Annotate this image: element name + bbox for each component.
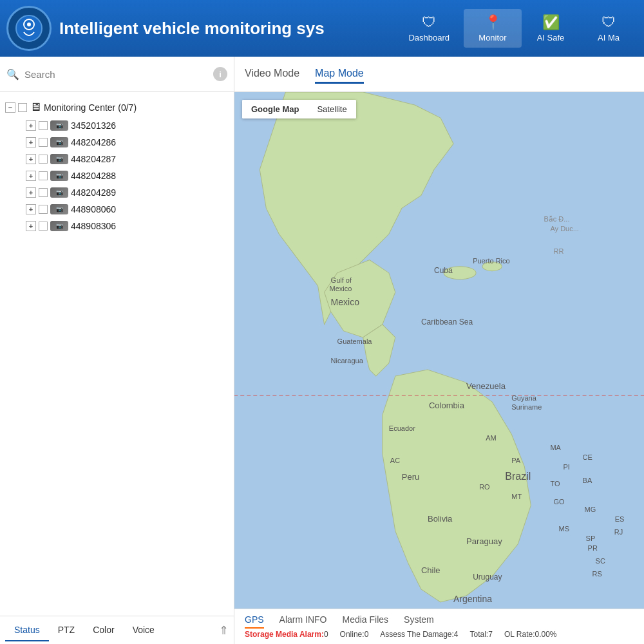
tree-item-checkbox-3[interactable] [39,171,48,180]
svg-text:AC: AC [390,457,400,464]
tree-item-label-2: 448204287 [71,154,116,164]
scroll-up-icon[interactable]: ⇑ [219,623,229,638]
search-input[interactable] [24,69,208,80]
device-icon-4: 📷 [50,187,68,198]
tree-children: + 📷 345201326 + 📷 448204286 + 📷 44820428… [0,117,234,234]
tree-root[interactable]: − 🖥 Monitoring Center (0/7) [0,97,234,117]
device-tree: − 🖥 Monitoring Center (0/7) + 📷 34520132… [0,92,234,616]
tree-item-checkbox-5[interactable] [39,205,48,214]
google-map-button[interactable]: Google Map [242,100,308,118]
svg-text:Peru: Peru [402,472,420,482]
tree-root-count: (0/7) [118,102,137,113]
svg-point-2 [27,23,31,26]
nav-monitor[interactable]: 📍 Monitor [464,9,522,48]
svg-text:Gulf of: Gulf of [331,276,352,284]
info-bar: GPS Alarm INFO Media Files System Storag… [234,609,644,644]
tree-item-toggle-3[interactable]: + [26,171,36,181]
search-bar: 🔍 i [0,57,234,92]
device-icon-0: 📷 [50,120,68,131]
main-layout: 🔍 i − 🖥 Monitoring Center (0/7) + 📷 3452… [0,57,644,644]
svg-text:GO: GO [553,498,565,506]
nav-monitor-label: Monitor [478,33,506,43]
nav-bar: 🛡 Dashboard 📍 Monitor ✅ AI Safe 🛡 AI Ma [394,9,638,48]
tab-ptz[interactable]: PTZ [49,620,84,641]
svg-text:SP: SP [586,535,596,542]
nav-dashboard[interactable]: 🛡 Dashboard [394,9,464,48]
svg-text:RS: RS [592,570,602,578]
tree-item-toggle-5[interactable]: + [26,204,36,214]
tree-item-checkbox-6[interactable] [39,222,48,231]
svg-text:ES: ES [615,515,625,523]
svg-text:Suriname: Suriname [511,403,542,411]
tree-item[interactable]: + 📷 448204288 [21,167,234,184]
svg-text:Guyana: Guyana [511,394,536,402]
svg-text:AM: AM [486,434,497,442]
tree-item-label-0: 345201326 [71,120,116,131]
tab-color[interactable]: Color [84,620,123,641]
svg-text:Cuba: Cuba [434,266,453,275]
nav-ai-safe-label: AI Safe [537,33,565,43]
svg-text:Colombia: Colombia [429,401,465,410]
tab-media-files[interactable]: Media Files [342,612,388,629]
app-title: Intelligent vehicle monitoring sys [59,19,394,39]
tree-item[interactable]: + 📷 448204289 [21,184,234,201]
monitor-icon: 📍 [484,14,502,31]
storage-alarm-value: 0 [324,630,328,639]
tree-item-toggle-2[interactable]: + [26,154,36,164]
tree-item-toggle-0[interactable]: + [26,120,36,131]
svg-text:MS: MS [558,525,569,533]
tab-voice[interactable]: Voice [124,620,164,641]
tree-item-checkbox-2[interactable] [39,155,48,164]
tab-gps[interactable]: GPS [245,612,264,629]
tree-root-label: Monitoring Center [44,102,115,113]
ai-safe-icon: ✅ [542,14,560,31]
satellite-button[interactable]: Satellite [308,100,355,118]
svg-text:TO: TO [550,480,560,488]
svg-text:Ay Duc...: Ay Duc... [550,225,578,232]
dashboard-icon: 🛡 [422,14,436,31]
tab-status[interactable]: Status [5,620,49,641]
tree-item[interactable]: + 📷 448204286 [21,134,234,151]
svg-text:PR: PR [588,544,598,552]
tab-system[interactable]: System [404,612,434,629]
device-icon-1: 📷 [50,137,68,147]
nav-ai-safe[interactable]: ✅ AI Safe [522,9,580,48]
tree-item[interactable]: + 📷 345201326 [21,117,234,134]
tree-item-checkbox-0[interactable] [39,121,48,130]
bottom-tabs: Status PTZ Color Voice ⇑ [0,616,234,644]
tree-item[interactable]: + 📷 448908060 [21,201,234,218]
device-icon-6: 📷 [50,221,68,231]
tree-item-toggle-1[interactable]: + [26,137,36,147]
tree-item[interactable]: + 📷 448204287 [21,151,234,167]
svg-text:Uruguay: Uruguay [473,573,502,582]
tree-item-checkbox-4[interactable] [39,188,48,197]
tree-item-toggle-4[interactable]: + [26,187,36,198]
svg-text:Argentina: Argentina [453,594,492,604]
tree-root-checkbox[interactable] [18,103,27,112]
tab-map-mode[interactable]: Map Mode [315,65,364,84]
svg-text:PI: PI [563,463,569,471]
tree-item-toggle-6[interactable]: + [26,221,36,231]
tree-item-label-3: 448204288 [71,171,116,181]
nav-ai-ma[interactable]: 🛡 AI Ma [580,9,638,48]
device-icon-3: 📷 [50,171,68,181]
monitor-icon: 🖥 [30,100,41,114]
svg-text:RR: RR [553,247,564,255]
device-icon-5: 📷 [50,204,68,214]
map-svg[interactable]: Mexico Bắc Đ... Ay Duc... RR Gulf of Mex… [234,92,644,609]
svg-text:Mexico: Mexico [331,297,360,307]
tree-item[interactable]: + 📷 448908306 [21,218,234,234]
tab-video-mode[interactable]: Video Mode [245,65,299,84]
logo [6,6,52,51]
info-icon[interactable]: i [213,67,227,81]
mode-tabs: Video Mode Map Mode [234,57,644,92]
tree-item-checkbox-1[interactable] [39,138,48,147]
total-count: Total:7 [470,630,493,639]
tree-root-toggle[interactable]: − [5,102,15,113]
svg-text:Paraguay: Paraguay [466,536,502,546]
tab-alarm-info[interactable]: Alarm INFO [279,612,327,629]
ol-rate: OL Rate:0.00% [504,630,557,639]
svg-text:SC: SC [596,557,605,565]
svg-text:RO: RO [479,483,490,491]
svg-text:PA: PA [511,457,521,464]
